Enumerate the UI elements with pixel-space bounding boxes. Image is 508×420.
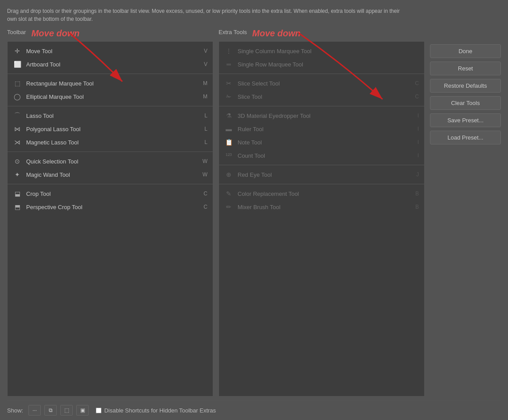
buttons-panel: Done Reset Restore Defaults Clear Tools …	[430, 28, 501, 397]
extra-tool-name: Count Tool	[238, 152, 413, 159]
extra-tool-group: ✎ Color Replacement Tool B ✏ Mixer Brush…	[219, 184, 424, 216]
extra-tool-item[interactable]: ▬ Ruler Tool I	[219, 122, 424, 136]
load-preset-button[interactable]: Load Preset...	[430, 131, 501, 144]
extra-tool-item[interactable]: ✏ Mixer Brush Tool B	[219, 200, 424, 214]
extra-tool-name: Single Column Marquee Tool	[238, 48, 414, 54]
extra-tool-item[interactable]: ⋮ Single Column Marquee Tool	[219, 44, 424, 58]
extra-tool-item[interactable]: 📋 Note Tool I	[219, 136, 424, 149]
tool-icon: ⬓	[13, 189, 22, 198]
extra-tool-name: Color Replacement Tool	[238, 191, 411, 197]
tool-shortcut: W	[203, 171, 207, 178]
tool-icon: ⬚	[13, 79, 22, 88]
tool-icon: ⊙	[13, 157, 22, 166]
extra-tool-item[interactable]: ✎ Color Replacement Tool B	[219, 187, 424, 200]
tool-shortcut: M	[203, 80, 207, 86]
tool-item[interactable]: ⌒ Lasso Tool L	[8, 109, 213, 122]
extra-tool-shortcut: B	[415, 191, 419, 197]
extra-tool-icon: 📋	[224, 138, 233, 147]
tool-item[interactable]: ◯ Elliptical Marquee Tool M	[8, 90, 213, 103]
tool-icon: ⌒	[13, 111, 22, 120]
extra-tool-shortcut: J	[416, 171, 419, 178]
tool-name: Quick Selection Tool	[26, 158, 198, 165]
panel-icon-btn[interactable]: ▣	[76, 405, 89, 416]
tool-icon: ◯	[13, 92, 22, 101]
extra-tool-icon: ⋮	[224, 47, 233, 55]
tool-name: Magnetic Lasso Tool	[26, 139, 200, 146]
extra-tool-item[interactable]: ✁ Slice Tool C	[219, 90, 424, 103]
tool-shortcut: L	[204, 139, 207, 145]
save-preset-button[interactable]: Save Preset...	[430, 113, 501, 127]
extra-tool-group: ⋮ Single Column Marquee Tool ═ Single Ro…	[219, 42, 424, 74]
layers-icon-btn[interactable]: ⧉	[44, 405, 57, 416]
extra-tool-icon: ▬	[224, 124, 233, 133]
tool-shortcut: L	[204, 126, 207, 132]
extra-tool-icon: ═	[224, 60, 233, 69]
tool-icon: ⬒	[13, 202, 22, 211]
dots-icon-btn[interactable]: ···	[28, 405, 41, 416]
tool-group: ✛ Move Tool V ⬜ Artboard Tool V	[8, 42, 213, 74]
extra-tools-label: Extra Tools	[219, 29, 247, 35]
tool-item[interactable]: ⬓ Crop Tool C	[8, 187, 213, 200]
tool-name: Magic Wand Tool	[26, 171, 198, 178]
tool-group: ⬚ Rectangular Marquee Tool M ◯ Elliptica…	[8, 74, 213, 106]
tool-shortcut: L	[204, 113, 207, 119]
extra-tool-icon: ¹²³	[224, 151, 233, 160]
toolbar-scroll-panel[interactable]: ✛ Move Tool V ⬜ Artboard Tool V ⬚ Rectan…	[7, 41, 213, 397]
restore-defaults-button[interactable]: Restore Defaults	[430, 79, 501, 93]
extra-tool-icon: ✂	[224, 79, 233, 88]
extra-tool-item[interactable]: ═ Single Row Marquee Tool	[219, 58, 424, 71]
selection-icon-btn[interactable]: ⬚	[60, 405, 73, 416]
reset-button[interactable]: Reset	[430, 62, 501, 75]
tool-shortcut: C	[203, 204, 207, 210]
extra-tool-shortcut: C	[415, 80, 419, 86]
extra-tool-item[interactable]: ✂ Slice Select Tool C	[219, 77, 424, 90]
extra-tool-shortcut: C	[415, 93, 419, 100]
extra-tool-shortcut: I	[418, 113, 419, 119]
extra-tool-group: ✂ Slice Select Tool C ✁ Slice Tool C	[219, 74, 424, 106]
show-label: Show:	[7, 407, 23, 414]
tool-name: Artboard Tool	[26, 61, 199, 68]
tool-icon: ✛	[13, 47, 22, 55]
tool-name: Elliptical Marquee Tool	[26, 93, 199, 100]
extra-tool-item[interactable]: ⊕ Red Eye Tool J	[219, 168, 424, 181]
move-down-label-left: Move down	[31, 28, 80, 39]
tool-name: Lasso Tool	[26, 113, 200, 119]
extra-tool-shortcut: I	[418, 152, 419, 159]
tool-group: ⬓ Crop Tool C ⬒ Perspective Crop Tool C	[8, 184, 213, 216]
tool-name: Polygonal Lasso Tool	[26, 126, 200, 132]
tool-icon: ⋈	[13, 124, 22, 133]
tool-item[interactable]: ⋈ Polygonal Lasso Tool L	[8, 122, 213, 136]
disable-shortcuts-area: Disable Shortcuts for Hidden Toolbar Ext…	[96, 407, 216, 414]
disable-shortcuts-label: Disable Shortcuts for Hidden Toolbar Ext…	[104, 407, 216, 414]
tool-group: ⊙ Quick Selection Tool W ✦ Magic Wand To…	[8, 152, 213, 184]
tool-name: Rectangular Marquee Tool	[26, 80, 199, 87]
tool-item[interactable]: ✦ Magic Wand Tool W	[8, 168, 213, 181]
extra-tool-name: Note Tool	[238, 139, 413, 146]
extra-tool-item[interactable]: ⚗ 3D Material Eyedropper Tool I	[219, 109, 424, 122]
tool-shortcut: W	[203, 158, 207, 164]
tool-shortcut: V	[204, 48, 207, 54]
tool-item[interactable]: ⬜ Artboard Tool V	[8, 58, 213, 71]
clear-tools-button[interactable]: Clear Tools	[430, 96, 501, 110]
done-button[interactable]: Done	[430, 44, 501, 58]
extra-tool-name: Slice Select Tool	[238, 80, 410, 87]
tool-shortcut: M	[203, 93, 207, 100]
tool-item[interactable]: ⋊ Magnetic Lasso Tool L	[8, 136, 213, 149]
extra-tool-shortcut: B	[415, 204, 419, 210]
extra-tools-scroll-panel[interactable]: ⋮ Single Column Marquee Tool ═ Single Ro…	[219, 41, 425, 397]
tool-name: Move Tool	[26, 48, 199, 54]
tool-shortcut: V	[204, 61, 207, 67]
disable-shortcuts-checkbox[interactable]	[96, 408, 102, 413]
tool-icon: ⬜	[13, 60, 22, 69]
extra-tool-name: Mixer Brush Tool	[238, 204, 411, 210]
bottom-bar: Show: ··· ⧉ ⬚ ▣ Disable Shortcuts for Hi…	[7, 400, 501, 420]
extra-tool-item[interactable]: ¹²³ Count Tool I	[219, 149, 424, 162]
tool-item[interactable]: ✛ Move Tool V	[8, 44, 213, 58]
extra-tool-icon: ⚗	[224, 111, 233, 120]
tool-item[interactable]: ⊙ Quick Selection Tool W	[8, 155, 213, 168]
tool-item[interactable]: ⬒ Perspective Crop Tool C	[8, 200, 213, 214]
tool-item[interactable]: ⬚ Rectangular Marquee Tool M	[8, 77, 213, 90]
toolbar-label: Toolbar	[7, 29, 26, 35]
extra-tool-name: Slice Tool	[238, 93, 410, 100]
extra-tool-shortcut: I	[418, 139, 419, 145]
